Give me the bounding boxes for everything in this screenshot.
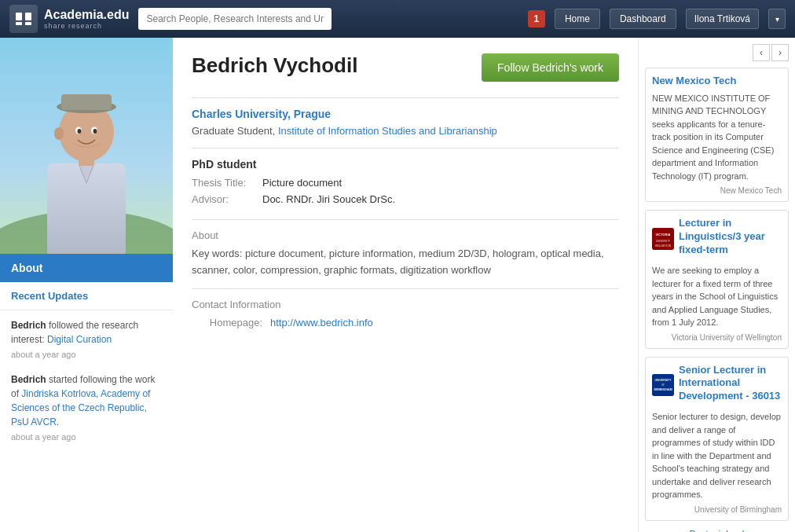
svg-text:VICTORIA: VICTORIA xyxy=(655,233,670,237)
dashboard-button[interactable]: Dashboard xyxy=(610,9,676,29)
activity-username: Bedrich xyxy=(11,320,46,331)
svg-point-14 xyxy=(93,129,97,134)
thesis-row: Thesis Title: Picture document xyxy=(192,177,619,189)
svg-text:OF: OF xyxy=(661,383,665,387)
homepage-link[interactable]: http://www.bedrich.info xyxy=(270,317,373,328)
job-card-header-birmingham: UNIVERSITY OF BIRMINGHAM Senior Lecturer… xyxy=(652,364,782,408)
grad-label: Graduate Student, Institute of Informati… xyxy=(192,125,619,137)
job-logo-victoria: VICTORIA UNIVERSITY WELLINGTON xyxy=(652,228,674,250)
next-arrow[interactable]: › xyxy=(771,44,789,61)
job-card-birmingham: UNIVERSITY OF BIRMINGHAM Senior Lecturer… xyxy=(645,357,789,521)
job-source-birmingham: University of Birmingham xyxy=(652,505,782,514)
about-section: About Key words: picture document, pictu… xyxy=(192,219,619,288)
activity-time-2: about a year ago xyxy=(11,431,162,444)
job-card-victoria: VICTORIA UNIVERSITY WELLINGTON Lecturer … xyxy=(645,210,789,348)
svg-point-15 xyxy=(54,127,64,140)
about-tab[interactable]: About xyxy=(0,254,173,282)
profile-photo xyxy=(0,38,173,254)
right-sidebar: ‹ › New Mexico Tech NEW MEXICO INSTITUTE… xyxy=(638,38,795,532)
job-title-victoria[interactable]: Lecturer in Linguistics/3 year fixed-ter… xyxy=(679,217,782,257)
prev-arrow[interactable]: ‹ xyxy=(753,44,770,61)
svg-rect-10 xyxy=(61,94,112,110)
logo-text: Academia.edu share research xyxy=(44,8,129,30)
advisor-value: Doc. RNDr. Jiri Soucek DrSc. xyxy=(262,193,395,205)
page-title: Bedrich Vychodil xyxy=(192,53,357,78)
job-logo-birmingham: UNIVERSITY OF BIRMINGHAM xyxy=(652,374,674,396)
home-button[interactable]: Home xyxy=(555,9,600,29)
post-job-link[interactable]: Post a job ad xyxy=(645,529,789,532)
svg-text:WELLINGTON: WELLINGTON xyxy=(655,244,671,248)
svg-rect-2 xyxy=(16,22,22,25)
main-content: Bedrich Vychodil Follow Bedrich's work C… xyxy=(173,38,638,532)
svg-text:UNIVERSITY: UNIVERSITY xyxy=(654,379,672,382)
svg-rect-3 xyxy=(25,22,31,25)
job-body-nmt: NEW MEXICO INSTITUTE OF MINING AND TECHN… xyxy=(652,92,782,183)
contact-section: Contact Information Homepage: http://www… xyxy=(192,288,619,338)
activity-feed: Bedrich followed the research interest: … xyxy=(0,310,173,462)
follow-button[interactable]: Follow Bedrich's work xyxy=(482,53,619,82)
activity-username-2: Bedrich xyxy=(11,374,46,385)
homepage-label: Homepage: xyxy=(192,317,262,328)
job-source-victoria: Victoria University of Wellington xyxy=(652,333,782,342)
recent-updates-header[interactable]: Recent Updates xyxy=(0,282,173,310)
thesis-value: Picture document xyxy=(262,177,342,189)
profile-image xyxy=(0,38,173,254)
svg-text:BIRMINGHAM: BIRMINGHAM xyxy=(654,388,672,391)
user-dropdown-arrow[interactable]: ▾ xyxy=(768,9,786,29)
job-card-header-victoria: VICTORIA UNIVERSITY WELLINGTON Lecturer … xyxy=(652,217,782,261)
keywords-text: Key words: picture document, picture inf… xyxy=(192,246,619,279)
left-sidebar: About Recent Updates Bedrich followed th… xyxy=(0,38,173,532)
page-title-row: Bedrich Vychodil Follow Bedrich's work xyxy=(192,53,619,82)
job-card-nmt: New Mexico Tech NEW MEXICO INSTITUTE OF … xyxy=(645,68,789,202)
job-title-birmingham[interactable]: Senior Lecturer in International Develop… xyxy=(679,364,782,404)
logo[interactable]: Academia.edu share research xyxy=(9,5,129,33)
sidebar-nav: ‹ › xyxy=(645,44,789,61)
main-container: About Recent Updates Bedrich followed th… xyxy=(0,38,795,532)
about-heading: About xyxy=(192,229,619,241)
university-link[interactable]: Charles University, Prague xyxy=(192,108,619,120)
search-input[interactable] xyxy=(138,8,332,30)
degree-section: PhD student Thesis Title: Picture docume… xyxy=(192,148,619,219)
contact-heading: Contact Information xyxy=(192,299,619,310)
followed-person-link[interactable]: Jindriska Kotrlova, Academy of Sciences … xyxy=(11,388,150,427)
job-body-victoria: We are seeking to employ a lecturer for … xyxy=(652,264,782,329)
university-section: Charles University, Prague Graduate Stud… xyxy=(192,97,619,148)
thesis-label: Thesis Title: xyxy=(192,177,255,189)
svg-rect-0 xyxy=(16,13,22,20)
svg-point-13 xyxy=(78,129,82,134)
activity-item: Bedrich started following the work of Ji… xyxy=(11,372,162,444)
homepage-row: Homepage: http://www.bedrich.info xyxy=(192,317,619,328)
header: Academia.edu share research 1 Home Dashb… xyxy=(0,0,795,38)
dept-link[interactable]: Institute of Information Studies and Lib… xyxy=(278,125,497,137)
logo-icon xyxy=(9,5,38,33)
job-title-nmt[interactable]: New Mexico Tech xyxy=(652,75,782,88)
svg-rect-1 xyxy=(25,13,31,20)
user-menu-button[interactable]: Ilona Trtiková xyxy=(686,9,759,29)
degree-label: PhD student xyxy=(192,158,619,171)
activity-item: Bedrich followed the research interest: … xyxy=(11,318,162,361)
research-interest-link[interactable]: Digital Curation xyxy=(47,334,112,345)
advisor-row: Advisor: Doc. RNDr. Jiri Soucek DrSc. xyxy=(192,193,619,205)
svg-text:UNIVERSITY: UNIVERSITY xyxy=(656,240,670,243)
activity-time: about a year ago xyxy=(11,348,162,361)
advisor-label: Advisor: xyxy=(192,193,255,205)
job-body-birmingham: Senior lecturer to design, develop and d… xyxy=(652,410,782,501)
notification-badge[interactable]: 1 xyxy=(528,10,545,28)
job-source-nmt: New Mexico Tech xyxy=(652,186,782,195)
